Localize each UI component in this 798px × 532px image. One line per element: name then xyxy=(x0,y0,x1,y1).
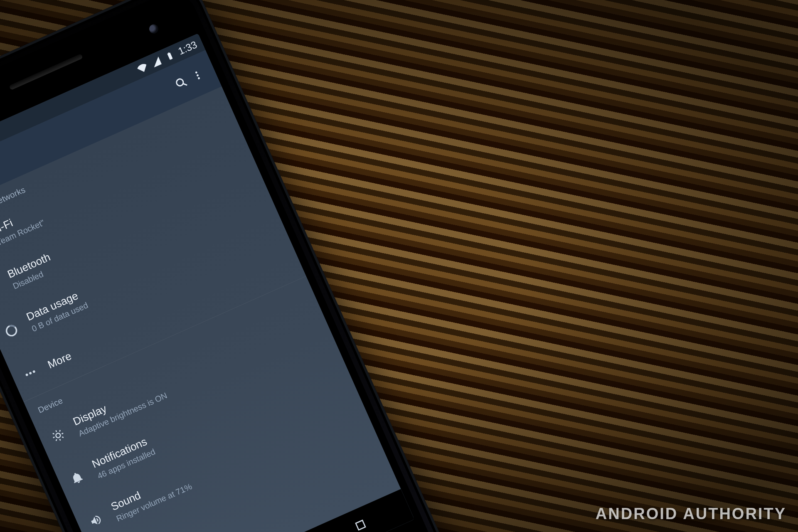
svg-point-6 xyxy=(25,373,29,377)
svg-point-0 xyxy=(175,78,184,87)
svg-point-7 xyxy=(29,372,32,375)
data-usage-icon xyxy=(0,319,23,342)
svg-point-3 xyxy=(196,74,199,76)
svg-point-4 xyxy=(197,77,200,79)
svg-rect-11 xyxy=(356,520,365,530)
svg-point-2 xyxy=(195,71,197,74)
row-title: More xyxy=(46,350,74,371)
wifi-status-icon xyxy=(135,61,150,75)
more-horizontal-icon xyxy=(19,362,42,384)
recents-square-icon xyxy=(353,517,368,532)
search-icon xyxy=(172,74,189,91)
battery-status-icon xyxy=(163,49,177,63)
earpiece-speaker xyxy=(9,54,83,90)
brightness-icon xyxy=(47,424,69,447)
overflow-icon xyxy=(190,68,204,82)
recents-button[interactable] xyxy=(341,509,380,532)
svg-point-9 xyxy=(55,433,61,438)
svg-point-8 xyxy=(32,370,36,373)
bell-icon xyxy=(66,466,89,489)
front-camera xyxy=(148,23,160,35)
signal-status-icon xyxy=(149,55,163,69)
volume-icon xyxy=(84,509,107,532)
bluetooth-icon xyxy=(0,277,4,300)
